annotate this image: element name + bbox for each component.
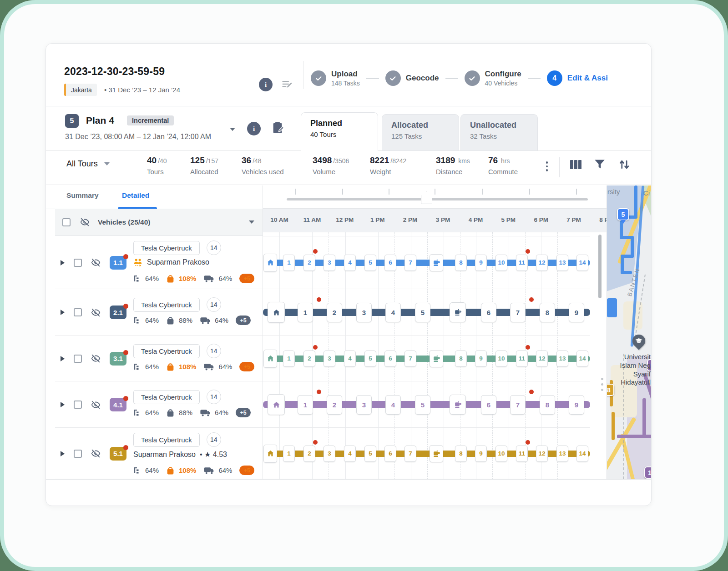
stop-14[interactable]: 14 bbox=[576, 351, 588, 367]
stop-9[interactable]: 9 bbox=[475, 446, 487, 462]
break-coffee-icon[interactable] bbox=[450, 302, 466, 322]
stop-13[interactable]: 13 bbox=[556, 351, 568, 367]
stop-2[interactable]: 2 bbox=[327, 303, 342, 322]
stop-8[interactable]: 8 bbox=[455, 255, 467, 271]
vehicle-row-5.1[interactable]: 5.1Tesla Cybertruck14Suparman Prakoso• ★… bbox=[55, 428, 263, 479]
stop-3[interactable]: 3 bbox=[356, 303, 372, 322]
stop-3[interactable]: 3 bbox=[324, 255, 335, 271]
stop-4[interactable]: 4 bbox=[344, 446, 356, 462]
row-checkbox[interactable] bbox=[74, 259, 82, 267]
stop-8[interactable]: 8 bbox=[455, 446, 467, 462]
stop-7[interactable]: 7 bbox=[510, 303, 526, 322]
columns-icon[interactable] bbox=[570, 160, 581, 169]
break-coffee-icon[interactable] bbox=[430, 254, 443, 271]
vehicle-row-2.1[interactable]: 2.1Tesla Cybertruck1464%88%64%+5 bbox=[55, 289, 263, 336]
list-tab-summary[interactable]: Summary bbox=[66, 191, 99, 200]
stop-10[interactable]: 10 bbox=[495, 255, 507, 271]
stop-1[interactable]: 1 bbox=[283, 255, 295, 271]
stop-2[interactable]: 2 bbox=[327, 395, 342, 415]
stop-5[interactable]: 5 bbox=[364, 446, 376, 462]
hide-all-eye-off-icon[interactable] bbox=[80, 217, 90, 227]
stop-12[interactable]: 12 bbox=[536, 255, 548, 271]
list-tab-detailed[interactable]: Detailed bbox=[122, 191, 149, 200]
stop-2[interactable]: 2 bbox=[303, 255, 315, 271]
stop-6[interactable]: 6 bbox=[384, 351, 396, 367]
break-coffee-icon[interactable] bbox=[450, 395, 466, 415]
row-checkbox[interactable] bbox=[74, 355, 82, 363]
home-stop-icon[interactable] bbox=[263, 254, 277, 272]
stop-2[interactable]: 2 bbox=[303, 351, 315, 367]
home-stop-icon[interactable] bbox=[268, 302, 285, 323]
stop-3[interactable]: 3 bbox=[324, 351, 335, 367]
stop-1[interactable]: 1 bbox=[283, 446, 295, 462]
row-checkbox[interactable] bbox=[74, 308, 82, 316]
stop-14[interactable]: 14 bbox=[576, 255, 588, 271]
timeline-scrollbar[interactable] bbox=[598, 235, 602, 298]
vehicle-row-3.1[interactable]: 3.1Tesla Cybertruck1464%108%64%+5 bbox=[55, 336, 263, 381]
expand-caret-icon[interactable] bbox=[61, 356, 65, 361]
stop-4[interactable]: 4 bbox=[344, 255, 356, 271]
tour-filter-select[interactable]: All Tours bbox=[66, 159, 110, 169]
vehicles-collapse-chevron-icon[interactable] bbox=[249, 220, 254, 224]
stop-13[interactable]: 13 bbox=[556, 255, 568, 271]
stop-8[interactable]: 8 bbox=[455, 351, 467, 367]
stop-6[interactable]: 6 bbox=[481, 395, 496, 415]
map-marker-blue[interactable]: 5 bbox=[617, 208, 629, 220]
slider-track[interactable] bbox=[287, 198, 588, 200]
sort-icon[interactable] bbox=[618, 159, 630, 172]
map-marker-purple-bottom[interactable]: 1 bbox=[644, 466, 652, 479]
edit-note-icon[interactable] bbox=[281, 79, 293, 93]
stop-9[interactable]: 9 bbox=[569, 303, 584, 322]
stop-1[interactable]: 1 bbox=[283, 351, 295, 367]
break-coffee-icon[interactable] bbox=[430, 350, 443, 367]
tab-planned[interactable]: Planned40 Tours bbox=[301, 112, 378, 151]
stop-4[interactable]: 4 bbox=[344, 351, 356, 367]
stop-3[interactable]: 3 bbox=[356, 395, 372, 415]
stop-5[interactable]: 5 bbox=[415, 395, 430, 415]
tab-allocated[interactable]: Allocated125 Tasks bbox=[382, 114, 459, 151]
stop-12[interactable]: 12 bbox=[536, 351, 548, 367]
stop-9[interactable]: 9 bbox=[475, 255, 487, 271]
expand-caret-icon[interactable] bbox=[61, 310, 65, 315]
stop-7[interactable]: 7 bbox=[510, 395, 526, 415]
expand-caret-icon[interactable] bbox=[61, 260, 65, 265]
workflow-step-upload[interactable]: Upload148 Tasks bbox=[311, 70, 360, 87]
stop-6[interactable]: 6 bbox=[384, 255, 396, 271]
stop-11[interactable]: 11 bbox=[516, 446, 528, 462]
vehicle-row-4.1[interactable]: 4.1Tesla Cybertruck1464%88%64%+5 bbox=[55, 381, 263, 428]
plan-chevron-down-icon[interactable] bbox=[230, 128, 235, 131]
stop-7[interactable]: 7 bbox=[404, 446, 416, 462]
break-coffee-icon[interactable] bbox=[430, 445, 443, 462]
row-eye-off-icon[interactable] bbox=[91, 449, 101, 458]
stop-7[interactable]: 7 bbox=[404, 351, 416, 367]
stop-1[interactable]: 1 bbox=[298, 303, 313, 322]
panel-drag-handle[interactable] bbox=[601, 378, 603, 391]
home-stop-icon[interactable] bbox=[268, 394, 285, 415]
slider-handle[interactable] bbox=[421, 191, 432, 204]
more-options-icon[interactable] bbox=[541, 159, 553, 174]
row-eye-off-icon[interactable] bbox=[91, 308, 101, 317]
row-checkbox[interactable] bbox=[74, 450, 82, 458]
vehicle-row-1.1[interactable]: 1.1Tesla Cybertruck14Suparman Prakoso64%… bbox=[55, 236, 263, 289]
stop-13[interactable]: 13 bbox=[556, 446, 568, 462]
stop-1[interactable]: 1 bbox=[298, 395, 313, 415]
tab-unallocated[interactable]: Unallocated32 Tasks bbox=[460, 114, 538, 151]
stop-6[interactable]: 6 bbox=[384, 446, 396, 462]
row-eye-off-icon[interactable] bbox=[91, 258, 101, 267]
stop-2[interactable]: 2 bbox=[303, 446, 315, 462]
filter-icon[interactable] bbox=[594, 159, 605, 171]
plan-info-icon[interactable]: i bbox=[247, 122, 261, 135]
stop-4[interactable]: 4 bbox=[385, 303, 401, 322]
row-eye-off-icon[interactable] bbox=[91, 400, 101, 410]
stop-3[interactable]: 3 bbox=[324, 446, 335, 462]
select-all-checkbox[interactable] bbox=[62, 218, 71, 226]
stop-5[interactable]: 5 bbox=[415, 303, 430, 322]
home-stop-icon[interactable] bbox=[263, 445, 277, 463]
map-panel[interactable]: rsity Ci BANTEN JAKARTA 5 8 9 1 Universi… bbox=[607, 185, 652, 479]
info-icon[interactable]: i bbox=[259, 78, 273, 91]
stop-9[interactable]: 9 bbox=[569, 395, 584, 415]
stop-14[interactable]: 14 bbox=[576, 446, 588, 462]
workflow-step-configure[interactable]: Configure40 Vehicles bbox=[465, 70, 521, 87]
home-stop-icon[interactable] bbox=[263, 350, 277, 368]
plan-edit-icon[interactable] bbox=[271, 121, 284, 136]
